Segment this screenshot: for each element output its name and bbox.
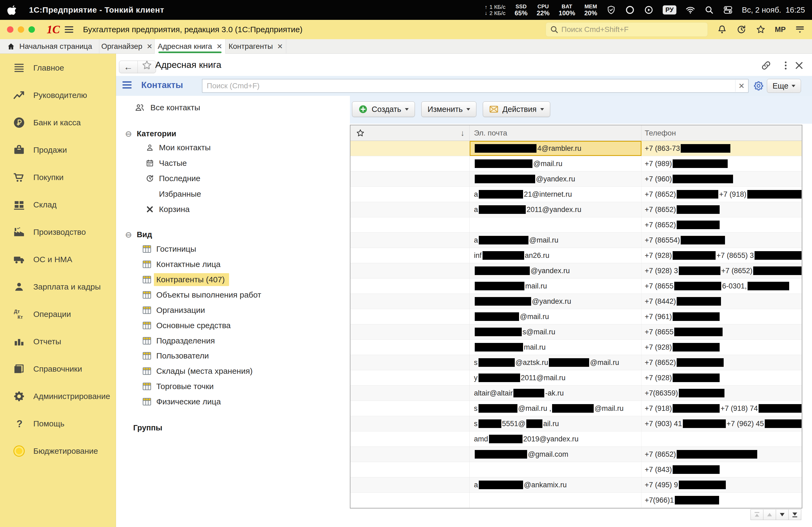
phone-cell[interactable]: +7 (960): [641, 171, 802, 186]
tree-item-Контактные лица[interactable]: Контактные лица: [142, 257, 220, 272]
sidebar-item-Руководителю[interactable]: Руководителю: [0, 81, 116, 109]
tree-item-Последние[interactable]: Последние: [146, 171, 200, 186]
email-cell[interactable]: s@mail.ru , @mail.ru: [470, 401, 641, 416]
tree-item-Физические лица[interactable]: Физические лица: [142, 394, 221, 409]
sidebar-item-Бюджетирование[interactable]: Бюджетирование: [0, 437, 116, 465]
table-row[interactable]: a21@internet.ru +7 (8652) +7 (918): [350, 187, 802, 202]
control-center-icon[interactable]: [723, 5, 733, 15]
favorite-cell[interactable]: [350, 370, 470, 385]
email-cell[interactable]: infan26.ru: [470, 248, 641, 263]
add-to-favorites-star-icon[interactable]: [141, 60, 153, 71]
scroll-up-button[interactable]: [763, 509, 776, 520]
collapse-icon[interactable]: ⊖: [125, 129, 132, 138]
email-cell[interactable]: [470, 493, 641, 508]
favorite-cell[interactable]: [350, 340, 470, 355]
sidebar-item-Зарплата и кадры[interactable]: Зарплата и кадры: [0, 273, 116, 301]
back-button[interactable]: ←: [119, 61, 138, 73]
wifi-icon[interactable]: [685, 5, 695, 15]
favorite-cell[interactable]: [350, 171, 470, 186]
phone-cell[interactable]: +7 (863-73: [641, 141, 802, 156]
favorite-cell[interactable]: [350, 156, 470, 171]
email-cell[interactable]: y2011@mail.ru: [470, 370, 641, 385]
history-icon[interactable]: [736, 25, 746, 35]
phone-cell[interactable]: +7(86359): [641, 386, 802, 401]
apple-menu-icon[interactable]: [7, 4, 18, 16]
global-search-input[interactable]: [562, 25, 704, 34]
tree-item-Гостиницы[interactable]: Гостиницы: [142, 241, 196, 257]
tab-close-icon[interactable]: ✕: [147, 42, 153, 51]
favorite-cell[interactable]: [350, 187, 470, 202]
table-row[interactable]: @gmail.com +7 (8652): [350, 447, 802, 462]
favorite-cell[interactable]: [350, 232, 470, 248]
Изменить-button[interactable]: Изменить: [421, 102, 476, 117]
table-row[interactable]: @mail.ru +7 (989): [350, 156, 802, 171]
menubar-clock[interactable]: Вс, 2 нояб. 16:25: [742, 6, 805, 15]
table-row[interactable]: @yandex.ru +7 (928) 3 +7 (8652): [350, 263, 802, 278]
tree-section-groups[interactable]: Группы: [133, 420, 162, 435]
contacts-search-input[interactable]: [202, 79, 749, 93]
network-speed-indicator[interactable]: ↑↓ 1 КБ/с2 КБ/с: [485, 4, 506, 16]
kebab-menu-icon[interactable]: [780, 60, 791, 71]
sidebar-item-Операции[interactable]: ДтКт Операции: [0, 301, 116, 328]
phone-cell[interactable]: +7 (843): [641, 462, 802, 477]
email-cell[interactable]: mail.ru: [470, 278, 641, 293]
tree-item-Контрагенты (407)[interactable]: Контрагенты (407): [142, 272, 229, 287]
phone-cell[interactable]: +7 (8442): [641, 294, 802, 309]
Действия-button[interactable]: Действия: [483, 102, 550, 117]
sidebar-item-ОС и НМА[interactable]: ОС и НМА: [0, 246, 116, 273]
tab-Контрагенты[interactable]: Контрагенты ✕: [226, 39, 286, 54]
table-row[interactable]: +7(966)1: [350, 493, 802, 508]
table-row[interactable]: a@mail.ru +7 (86554): [350, 232, 802, 248]
table-row[interactable]: amd2019@yandex.ru: [350, 432, 802, 447]
service-menu-icon[interactable]: [795, 25, 805, 35]
sidebar-item-Склад[interactable]: Склад: [0, 191, 116, 219]
sidebar-item-Банк и касса[interactable]: Банк и касса: [0, 109, 116, 136]
table-row[interactable]: @yandex.ru +7 (960): [350, 171, 802, 187]
table-row[interactable]: @mail.ru +7 (961): [350, 309, 802, 325]
favorite-cell[interactable]: [350, 432, 470, 447]
favorite-column-header[interactable]: ↓: [350, 125, 470, 140]
notifications-bell-icon[interactable]: [717, 25, 727, 35]
tab-close-icon[interactable]: ✕: [277, 42, 283, 51]
stat-mem[interactable]: MEM 20%: [584, 3, 597, 17]
phone-cell[interactable]: +7 (86554): [641, 232, 802, 248]
tree-item-Основные средства[interactable]: Основные средства: [142, 318, 231, 333]
phone-cell[interactable]: +7 (928) 3 +7 (8652): [641, 263, 802, 278]
table-row[interactable]: altair@altair-ak.ru +7(86359): [350, 386, 802, 401]
sidebar-item-Продажи[interactable]: Продажи: [0, 136, 116, 164]
favorite-cell[interactable]: [350, 202, 470, 217]
favorite-cell[interactable]: [350, 309, 470, 324]
more-button[interactable]: Еще: [767, 79, 801, 93]
stat-bat[interactable]: BAT 100%: [559, 3, 575, 17]
favorite-cell[interactable]: [350, 278, 470, 293]
sidebar-item-Справочники[interactable]: Справочники: [0, 355, 116, 383]
table-row[interactable]: s@mail.ru +7 (8655: [350, 325, 802, 340]
email-cell[interactable]: @yandex.ru: [470, 294, 641, 309]
favorite-cell[interactable]: [350, 294, 470, 309]
scroll-down-button[interactable]: [776, 509, 789, 520]
email-cell[interactable]: s@mail.ru: [470, 325, 641, 340]
phone-cell[interactable]: +7 (928): [641, 370, 802, 385]
phone-cell[interactable]: +7 (8652) +7 (918): [641, 187, 802, 202]
tab-Начальная страница[interactable]: Начальная страница: [0, 39, 99, 54]
favorite-cell[interactable]: [350, 416, 470, 431]
favorite-cell[interactable]: [350, 355, 470, 370]
phone-column-header[interactable]: Телефон: [641, 125, 802, 140]
email-cell[interactable]: [470, 462, 641, 477]
tree-item-Мои контакты[interactable]: Мои контакты: [146, 140, 211, 155]
email-cell[interactable]: @gmail.com: [470, 447, 641, 462]
phone-cell[interactable]: +7 (86556-0301,: [641, 278, 802, 293]
email-cell[interactable]: 4@rambler.ru: [470, 141, 641, 156]
table-row[interactable]: +7 (8652): [350, 217, 802, 232]
email-cell[interactable]: altair@altair-ak.ru: [470, 386, 641, 401]
shield-icon[interactable]: [606, 5, 616, 15]
email-cell[interactable]: a21@internet.ru: [470, 187, 641, 202]
Создать-button[interactable]: Создать: [352, 102, 415, 117]
minimize-window-button[interactable]: [18, 26, 24, 33]
phone-cell[interactable]: +7(966)1: [641, 493, 802, 508]
email-cell[interactable]: a2011@yandex.ru: [470, 202, 641, 217]
table-row[interactable]: s5551@ail.ru +7 (903) 41 +7 (962) 45: [350, 416, 802, 432]
table-row[interactable]: a@ankamix.ru +7 (495) 9: [350, 477, 802, 493]
table-row[interactable]: infan26.ru +7 (928) +7 (8655) 3: [350, 248, 802, 263]
tree-item-all-contacts[interactable]: Все контакты: [135, 100, 200, 115]
